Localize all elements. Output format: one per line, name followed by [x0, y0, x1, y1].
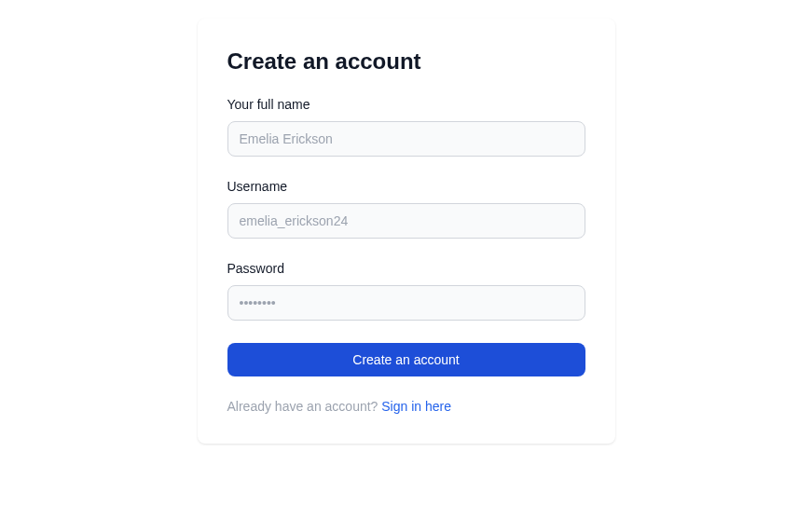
- password-group: Password: [227, 261, 585, 321]
- signin-prompt-text: Already have an account?: [227, 399, 382, 414]
- signup-form: Your full name Username Password Create …: [227, 97, 585, 414]
- signin-prompt: Already have an account? Sign in here: [227, 399, 585, 414]
- signin-link[interactable]: Sign in here: [381, 399, 451, 414]
- password-label: Password: [227, 261, 585, 276]
- fullname-label: Your full name: [227, 97, 585, 112]
- password-input[interactable]: [227, 285, 585, 321]
- signup-card: Create an account Your full name Usernam…: [198, 19, 615, 444]
- username-group: Username: [227, 179, 585, 239]
- fullname-group: Your full name: [227, 97, 585, 157]
- username-input[interactable]: [227, 203, 585, 239]
- fullname-input[interactable]: [227, 121, 585, 157]
- username-label: Username: [227, 179, 585, 194]
- page-title: Create an account: [227, 48, 585, 75]
- create-account-button[interactable]: Create an account: [227, 343, 585, 376]
